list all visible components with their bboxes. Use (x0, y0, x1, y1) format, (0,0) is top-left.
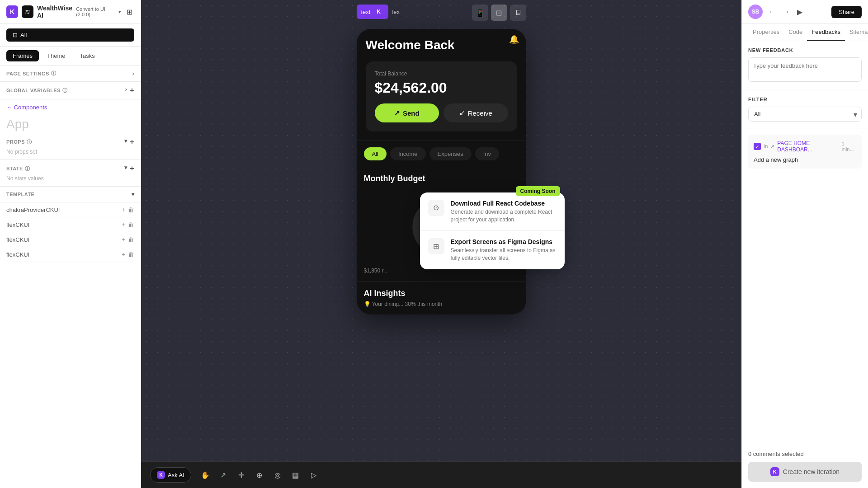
tab-tasks[interactable]: Tasks (74, 50, 101, 61)
tab-code[interactable]: Code (784, 24, 807, 41)
grid-tool-btn[interactable]: ▦ (288, 467, 303, 483)
tab-frames[interactable]: Frames (6, 50, 39, 61)
forward-nav-btn[interactable]: → (781, 6, 792, 18)
phone-content: Welcome Back 🔔 Total Balance $24,562.00 … (357, 29, 526, 314)
popup-item-title: Download Full React Codebase (451, 200, 557, 207)
budget-title: Monthly Budget (364, 174, 519, 183)
template-delete-icon[interactable]: 🗑 (128, 206, 134, 213)
hand-tool-btn[interactable]: ✋ (198, 467, 213, 483)
filter-tab-inv[interactable]: Inv (475, 147, 499, 160)
sidebar-header: K ≋ WealthWise AI Convert to UI (2.0.0) … (0, 0, 141, 24)
layout-icon[interactable]: ⊞ (125, 6, 134, 18)
lex-text: lex (392, 9, 400, 15)
feedback-textarea[interactable] (748, 57, 862, 82)
global-variables-toggle[interactable]: › (125, 86, 127, 94)
tab-theme[interactable]: Theme (41, 50, 71, 61)
state-add[interactable]: + (130, 164, 134, 173)
tab-properties[interactable]: Properties (748, 24, 784, 41)
template-add-icon[interactable]: + (122, 236, 125, 243)
logo-k-icon: K (6, 5, 18, 18)
create-iteration-button[interactable]: K Create new iteration (748, 462, 862, 482)
right-footer: 0 comments selected K Create new iterati… (742, 444, 868, 488)
balance-card: Total Balance $24,562.00 ↗ Send ↙ Receiv… (366, 61, 517, 131)
add-tool-btn[interactable]: ✛ (234, 467, 249, 483)
template-add-icon[interactable]: + (122, 221, 125, 228)
props-toggle[interactable]: ▾ (124, 138, 127, 146)
info-icon: ⓘ (51, 70, 57, 77)
main-canvas: text K lex 📱 ⊡ 🖥 Welcome Back 🔔 Total Ba… (141, 0, 741, 488)
popup-overlay: Coming Soon ⊙ Download Full React Codeba… (420, 192, 565, 269)
template-add-icon[interactable]: + (122, 206, 125, 213)
template-add-icon[interactable]: + (122, 251, 125, 258)
filter-select[interactable]: All (748, 107, 862, 122)
balance-amount: $24,562.00 (375, 80, 508, 96)
desktop-device-btn[interactable]: 🖥 (510, 5, 526, 21)
mobile-device-btn[interactable]: 📱 (472, 5, 488, 21)
comment-tool-btn[interactable]: ◎ (270, 467, 285, 483)
template-delete-icon[interactable]: 🗑 (128, 251, 134, 258)
receive-button[interactable]: ↙ Receive (443, 103, 508, 122)
convert-btn[interactable]: ⊡ All (6, 28, 134, 42)
feedback-page-link[interactable]: PAGE HOME DASHBOAR... (777, 140, 839, 153)
filter-tabs: All Income Expenses Inv (357, 141, 526, 167)
balance-label: Total Balance (375, 70, 508, 77)
page-settings-toggle[interactable]: › (132, 70, 135, 77)
back-nav-btn[interactable]: ← (766, 6, 777, 18)
right-nav-icons: ← → ▶ (766, 6, 804, 18)
info-icon-gv: ⓘ (62, 87, 68, 94)
filter-tab-all[interactable]: All (364, 147, 387, 160)
send-button[interactable]: ↗ Send (375, 103, 439, 122)
action-buttons: ↗ Send ↙ Receive (375, 103, 508, 122)
ai-k-icon: K (157, 471, 165, 479)
right-tabs: Properties Code Feedbacks Sitemap (742, 24, 868, 41)
popup-card: Coming Soon ⊙ Download Full React Codeba… (420, 192, 565, 269)
page-settings-section: PAGE SETTINGS ⓘ › (0, 66, 141, 82)
external-link-icon: ↗ (770, 144, 774, 150)
popup-item-figma[interactable]: ⊞ Export Screens as Figma Designs Seamle… (420, 231, 565, 269)
template-delete-icon[interactable]: 🗑 (128, 221, 134, 228)
component-tool-btn[interactable]: ⊕ (252, 467, 267, 483)
components-link[interactable]: ← Components (0, 99, 141, 115)
version-dropdown[interactable]: Convert to UI (2.0.0) ▾ (76, 6, 121, 17)
props-section: PROPS ⓘ ▾ + No props set (0, 133, 141, 160)
page-settings-header: PAGE SETTINGS ⓘ › (6, 70, 134, 77)
new-feedback-title: NEW FEEDBACK (748, 47, 862, 53)
tab-sitemap[interactable]: Sitemap (845, 24, 868, 41)
popup-item-desc-2: Seamlessly transfer all screens to Figma… (451, 247, 557, 262)
template-toggle[interactable]: ▾ (132, 191, 135, 197)
filter-tab-income[interactable]: Income (390, 147, 426, 160)
text-badge[interactable]: text K (357, 5, 389, 19)
popup-item-title-2: Export Screens as Figma Designs (451, 238, 557, 245)
filter-section-title: FILTER (748, 97, 862, 102)
play-tool-btn[interactable]: ▷ (306, 467, 321, 483)
template-header: TEMPLATE ▾ (6, 191, 134, 197)
pointer-tool-btn[interactable]: ↗ (216, 467, 231, 483)
tab-feedbacks[interactable]: Feedbacks (807, 24, 845, 41)
state-section: STATE ⓘ ▾ + No state values (0, 160, 141, 187)
tablet-device-btn[interactable]: ⊡ (491, 5, 507, 21)
feedback-checkbox[interactable]: ✓ (754, 143, 761, 150)
props-header: PROPS ⓘ ▾ + (6, 138, 134, 146)
list-item: flexCKUI + 🗑 (6, 247, 134, 262)
popup-item-react[interactable]: ⊙ Download Full React Codebase Generate … (420, 192, 565, 231)
list-item: chakraProviderCKUI + 🗑 (6, 202, 134, 217)
filter-tab-expenses[interactable]: Expenses (429, 147, 472, 160)
app-label: App (0, 115, 141, 133)
feedback-list: ✓ in ↗ PAGE HOME DASHBOAR... 1 min... Ad… (742, 128, 868, 444)
notification-bell[interactable]: 🔔 (509, 34, 519, 44)
state-toggle[interactable]: ▾ (124, 164, 127, 173)
tabs-row: Frames Theme Tasks (0, 47, 141, 66)
feedback-in-text: in (764, 143, 768, 150)
iteration-k-icon: K (770, 467, 779, 476)
receive-icon: ↙ (459, 109, 465, 117)
props-add[interactable]: + (130, 138, 134, 146)
template-delete-icon[interactable]: 🗑 (128, 236, 134, 243)
feedback-item-header: ✓ in ↗ PAGE HOME DASHBOAR... 1 min... (754, 140, 856, 153)
welcome-text: Welcome Back (366, 38, 517, 52)
ask-ai-button[interactable]: K Ask AI (150, 467, 191, 483)
share-button[interactable]: Share (831, 6, 862, 18)
play-nav-btn[interactable]: ▶ (795, 6, 804, 18)
send-icon: ↗ (394, 109, 400, 117)
device-icons: 📱 ⊡ 🖥 (472, 5, 526, 21)
global-variables-add[interactable]: + (130, 86, 134, 94)
